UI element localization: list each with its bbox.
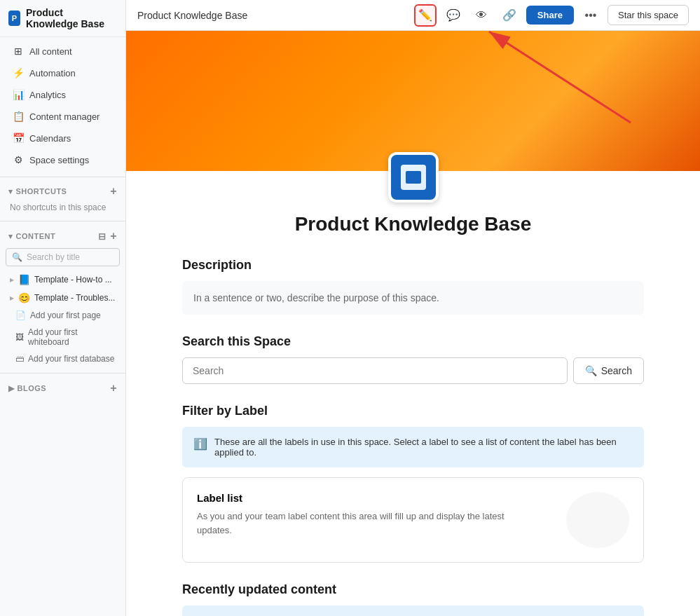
link-icon: 🔗	[502, 8, 516, 22]
sidebar-label-content-manager: Content manager	[29, 111, 99, 122]
shortcuts-section-header: ▾ SHORTCUTS +	[0, 180, 125, 200]
add-whiteboard-icon: 🖼	[15, 332, 24, 342]
expand-chevron-trouble[interactable]: ▶	[10, 295, 14, 301]
add-first-whiteboard-item[interactable]: 🖼 Add your first whiteboard	[0, 324, 125, 350]
edit-button[interactable]: ✏️	[414, 4, 437, 27]
filter-info-text: These are all the labels in use in this …	[214, 437, 633, 458]
recently-updated-info-banner: ℹ️ This list below will automatically up…	[182, 605, 644, 616]
sidebar-label-calendars: Calendars	[29, 133, 71, 144]
shortcuts-label: SHORTCUTS	[16, 187, 67, 196]
sidebar-item-calendars[interactable]: 📅 Calendars	[3, 128, 123, 149]
gear-icon: ⚙	[13, 154, 24, 165]
no-shortcuts-text: No shortcuts in this space	[0, 200, 125, 218]
sidebar-title: Product Knowledge Base	[26, 7, 117, 29]
page-title: Product Knowledge Base	[182, 213, 644, 235]
search-by-title-input[interactable]: 🔍 Search by title	[6, 248, 120, 266]
sidebar-item-content-manager[interactable]: 📋 Content manager	[3, 106, 123, 127]
search-row: 🔍 Search	[182, 357, 644, 384]
topbar-actions: ✏️ 💬 👁 🔗 Share ••• Star this space	[414, 4, 689, 27]
label-list-card: Label list As you and your team label co…	[182, 477, 644, 563]
tree-item-label-howto: Template - How-to ...	[34, 275, 112, 285]
description-heading: Description	[182, 258, 644, 273]
content-chevron[interactable]: ▾	[8, 232, 13, 241]
content-area: Product Knowledge Base Description In a …	[126, 31, 700, 616]
search-btn-label: Search	[601, 365, 632, 376]
page-icon-trouble: 😊	[18, 292, 30, 303]
search-heading: Search this Space	[182, 334, 644, 349]
description-placeholder: In a sentence or two, describe the purpo…	[193, 292, 439, 303]
sidebar-item-automation[interactable]: ⚡ Automation	[3, 62, 123, 83]
content-label: CONTENT	[16, 232, 56, 240]
add-first-database-item[interactable]: 🗃 Add your first database	[0, 350, 125, 367]
label-list-illustration	[566, 492, 629, 548]
search-submit-button[interactable]: 🔍 Search	[573, 357, 644, 384]
shortcuts-add-button[interactable]: +	[110, 186, 117, 197]
tree-item-template-trouble[interactable]: ▶ 😊 Template - Troubles...	[0, 289, 125, 307]
search-section: Search this Space 🔍 Search	[182, 334, 644, 384]
content-section-header: ▾ CONTENT ⊟ +	[0, 224, 125, 245]
blogs-add-button[interactable]: +	[110, 382, 117, 395]
add-database-icon: 🗃	[15, 354, 24, 364]
filter-info-banner: ℹ️ These are all the labels in use in th…	[182, 427, 644, 467]
page-body: Product Knowledge Base Description In a …	[126, 171, 700, 616]
expand-chevron-howto[interactable]: ▶	[10, 277, 14, 283]
link-button[interactable]: 🔗	[498, 4, 521, 27]
add-whiteboard-label: Add your first whiteboard	[28, 327, 118, 347]
sidebar-item-all-content[interactable]: ⊞ All content	[3, 41, 123, 62]
clipboard-icon: 📋	[13, 111, 24, 122]
view-button[interactable]: 👁	[470, 4, 493, 27]
label-list-body: As you and your team label content this …	[197, 509, 505, 537]
content-add-button[interactable]: +	[110, 230, 117, 242]
shortcuts-chevron[interactable]: ▾	[8, 187, 13, 196]
sidebar-label-automation: Automation	[29, 68, 76, 78]
star-space-button[interactable]: Star this space	[608, 5, 689, 25]
search-icon: 🔍	[12, 252, 22, 262]
sidebar-header: P Product Knowledge Base	[0, 0, 125, 37]
share-button[interactable]: Share	[526, 6, 574, 25]
recently-updated-heading: Recently updated content	[182, 582, 644, 597]
label-list-title: Label list	[197, 492, 505, 504]
description-box[interactable]: In a sentence or two, describe the purpo…	[182, 281, 644, 315]
add-first-page-item[interactable]: 📄 Add your first page	[0, 307, 125, 324]
info-icon: ℹ️	[193, 437, 207, 451]
blogs-label: BLOGS	[18, 384, 47, 392]
add-database-label: Add your first database	[28, 354, 114, 364]
comment-button[interactable]: 💬	[442, 4, 465, 27]
recently-updated-section: Recently updated content ℹ️ This list be…	[182, 582, 644, 616]
label-list-card-text: Label list As you and your team label co…	[197, 492, 505, 537]
more-dots-icon: •••	[585, 9, 597, 22]
search-btn-icon: 🔍	[585, 365, 597, 376]
space-logo-icon: P	[8, 11, 20, 26]
filter-heading: Filter by Label	[182, 404, 644, 418]
edit-pencil-icon: ✏️	[418, 8, 432, 22]
sidebar-label-analytics: Analytics	[29, 90, 66, 100]
add-page-label: Add your first page	[30, 310, 101, 320]
space-icon	[388, 152, 439, 203]
sidebar: P Product Knowledge Base ⊞ All content ⚡…	[0, 0, 126, 616]
comment-icon: 💬	[446, 8, 460, 22]
tree-item-template-howto[interactable]: ▶ 📘 Template - How-to ...	[0, 271, 125, 289]
add-page-icon: 📄	[15, 310, 26, 320]
sidebar-item-space-settings[interactable]: ⚙ Space settings	[3, 149, 123, 170]
content-filter-icon[interactable]: ⊟	[98, 231, 107, 242]
blogs-section-header: ▶ BLOGS +	[0, 376, 125, 397]
grid-icon: ⊞	[13, 46, 24, 57]
chart-icon: 📊	[13, 89, 24, 100]
search-input[interactable]	[182, 357, 568, 384]
topbar: Product Knowledge Base ✏️ 💬 👁 🔗 Share ••…	[126, 0, 700, 31]
space-icon-inner	[401, 165, 426, 190]
calendar-icon: 📅	[13, 132, 24, 144]
sidebar-item-analytics[interactable]: 📊 Analytics	[3, 84, 123, 105]
more-button[interactable]: •••	[579, 4, 602, 27]
filter-section: Filter by Label ℹ️ These are all the lab…	[182, 404, 644, 563]
main-area: Product Knowledge Base ✏️ 💬 👁 🔗 Share ••…	[126, 0, 700, 616]
blogs-chevron[interactable]: ▶	[8, 384, 15, 393]
space-icon-container	[388, 152, 439, 203]
hero-banner	[126, 31, 700, 171]
topbar-title: Product Knowledge Base	[137, 10, 406, 21]
sidebar-label-space-settings: Space settings	[29, 155, 89, 165]
search-placeholder-text: Search by title	[27, 252, 80, 262]
eye-icon: 👁	[476, 9, 487, 22]
bolt-icon: ⚡	[13, 67, 24, 78]
tree-item-label-trouble: Template - Troubles...	[34, 293, 115, 303]
